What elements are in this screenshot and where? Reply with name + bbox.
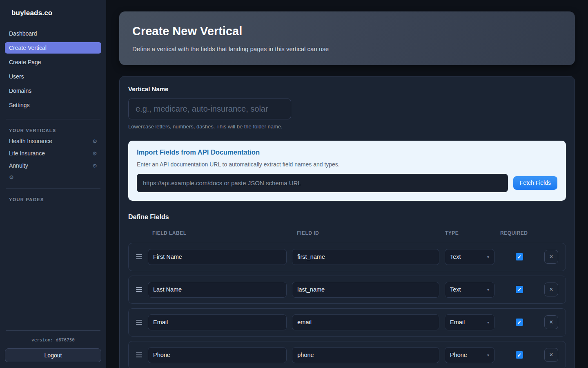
required-cell: ✓ xyxy=(500,319,539,326)
required-checkbox[interactable]: ✓ xyxy=(516,253,523,260)
field-type-value: Text xyxy=(450,254,461,260)
field-label-input[interactable] xyxy=(148,314,287,330)
vertical-name-label: Vertical Name xyxy=(128,85,566,92)
sidebar-bottom: version: d676750 Logout xyxy=(5,325,101,362)
remove-field-button[interactable]: × xyxy=(544,283,558,296)
gear-icon[interactable]: ⚙ xyxy=(92,163,97,168)
vertical-item-label: Life Insurance xyxy=(9,150,45,157)
api-url-input[interactable] xyxy=(137,174,508,192)
required-checkbox[interactable]: ✓ xyxy=(516,351,523,359)
vertical-item-label: Health Insurance xyxy=(9,138,52,144)
sidebar: buyleads.co DashboardCreate VerticalCrea… xyxy=(0,0,106,368)
import-panel-title: Import Fields from API Documentation xyxy=(137,148,557,156)
vertical-list-item[interactable]: Annuity ⚙ xyxy=(5,159,101,172)
col-header-type: TYPE xyxy=(445,230,495,236)
drag-handle-icon[interactable] xyxy=(136,287,143,292)
field-row: Email ▾ ✓ × xyxy=(128,308,566,337)
gear-icon[interactable]: ⚙ xyxy=(92,151,97,156)
main-content: Create New Vertical Define a vertical wi… xyxy=(106,0,588,368)
your-verticals-header: YOUR VERTICALS xyxy=(5,125,101,135)
field-row: Text ▾ ✓ × xyxy=(128,276,566,304)
drag-handle-icon[interactable] xyxy=(136,320,143,325)
fields-table-header: FIELD LABEL FIELD ID TYPE REQUIRED xyxy=(128,230,566,236)
gear-icon[interactable]: ⚙ xyxy=(92,139,97,144)
required-cell: ✓ xyxy=(500,253,539,260)
your-pages-header: YOUR PAGES xyxy=(5,194,101,204)
fetch-fields-button[interactable]: Fetch Fields xyxy=(513,176,557,190)
col-header-field-id: FIELD ID xyxy=(292,230,440,236)
field-id-input[interactable] xyxy=(292,314,439,330)
app-logo: buyleads.co xyxy=(5,9,101,17)
field-type-select[interactable]: Text ▾ xyxy=(445,282,494,298)
sidebar-divider xyxy=(6,119,100,119)
sidebar-item-users[interactable]: Users xyxy=(5,71,101,82)
logout-button[interactable]: Logout xyxy=(5,348,101,362)
field-label-input[interactable] xyxy=(148,282,287,298)
page-subtitle: Define a vertical with the fields that l… xyxy=(132,45,562,52)
sidebar-item-create-vertical[interactable]: Create Vertical xyxy=(5,42,101,54)
vertical-list-item[interactable]: Health Insurance ⚙ xyxy=(5,135,101,147)
gear-icon[interactable]: ⚙ xyxy=(9,175,14,180)
required-cell: ✓ xyxy=(500,351,539,359)
required-checkbox[interactable]: ✓ xyxy=(516,319,523,326)
field-type-select[interactable]: Text ▾ xyxy=(445,249,494,265)
remove-field-button[interactable]: × xyxy=(544,315,558,329)
field-type-value: Email xyxy=(450,319,465,325)
vertical-name-input[interactable] xyxy=(128,99,291,119)
field-label-input[interactable] xyxy=(148,347,287,363)
remove-field-button[interactable]: × xyxy=(544,250,558,264)
required-checkbox[interactable]: ✓ xyxy=(516,286,523,293)
sidebar-nav: DashboardCreate VerticalCreate PageUsers… xyxy=(5,28,101,114)
field-type-select[interactable]: Email ▾ xyxy=(445,314,494,330)
field-row: Text ▾ ✓ × xyxy=(128,243,566,271)
sidebar-divider xyxy=(6,330,100,331)
import-url-row: Fetch Fields xyxy=(137,174,557,192)
chevron-down-icon: ▾ xyxy=(487,353,489,357)
col-header-required: REQUIRED xyxy=(500,230,539,236)
drag-handle-icon[interactable] xyxy=(136,352,143,357)
sidebar-item-settings[interactable]: Settings xyxy=(5,99,101,111)
drag-handle-icon[interactable] xyxy=(136,254,143,259)
field-label-input[interactable] xyxy=(148,249,287,265)
sidebar-item-domains[interactable]: Domains xyxy=(5,85,101,96)
field-type-select[interactable]: Phone ▾ xyxy=(445,347,494,363)
vertical-list-item[interactable]: ⚙ xyxy=(5,172,101,183)
chevron-down-icon: ▾ xyxy=(487,255,489,259)
version-text: version: d676750 xyxy=(5,337,101,343)
field-id-input[interactable] xyxy=(292,249,439,265)
chevron-down-icon: ▾ xyxy=(487,287,489,292)
chevron-down-icon: ▾ xyxy=(487,320,489,325)
col-header-field-label: FIELD LABEL xyxy=(147,230,287,236)
sidebar-item-create-page[interactable]: Create Page xyxy=(5,56,101,68)
field-id-input[interactable] xyxy=(292,347,439,363)
create-vertical-form-card: Vertical Name Lowercase letters, numbers… xyxy=(119,76,575,368)
verticals-list: Health Insurance ⚙ Life Insurance ⚙ Annu… xyxy=(5,135,101,183)
field-row: Phone ▾ ✓ × xyxy=(128,341,566,368)
remove-field-button[interactable]: × xyxy=(544,348,558,362)
vertical-name-help: Lowercase letters, numbers, dashes. This… xyxy=(128,123,566,130)
fields-list: Text ▾ ✓ × Text ▾ ✓ × Email ▾ ✓ × xyxy=(128,243,566,368)
vertical-item-label: Annuity xyxy=(9,162,28,169)
define-fields-heading: Define Fields xyxy=(128,213,566,221)
field-id-input[interactable] xyxy=(292,282,439,298)
page-header-card: Create New Vertical Define a vertical wi… xyxy=(119,11,575,65)
field-type-value: Text xyxy=(450,286,461,293)
sidebar-divider xyxy=(6,188,100,188)
import-fields-panel: Import Fields from API Documentation Ent… xyxy=(128,141,566,201)
vertical-list-item[interactable]: Life Insurance ⚙ xyxy=(5,147,101,159)
field-type-value: Phone xyxy=(450,352,467,358)
required-cell: ✓ xyxy=(500,286,539,293)
sidebar-item-dashboard[interactable]: Dashboard xyxy=(5,28,101,39)
import-panel-description: Enter an API documentation URL to automa… xyxy=(137,161,557,168)
page-title: Create New Vertical xyxy=(132,25,562,38)
